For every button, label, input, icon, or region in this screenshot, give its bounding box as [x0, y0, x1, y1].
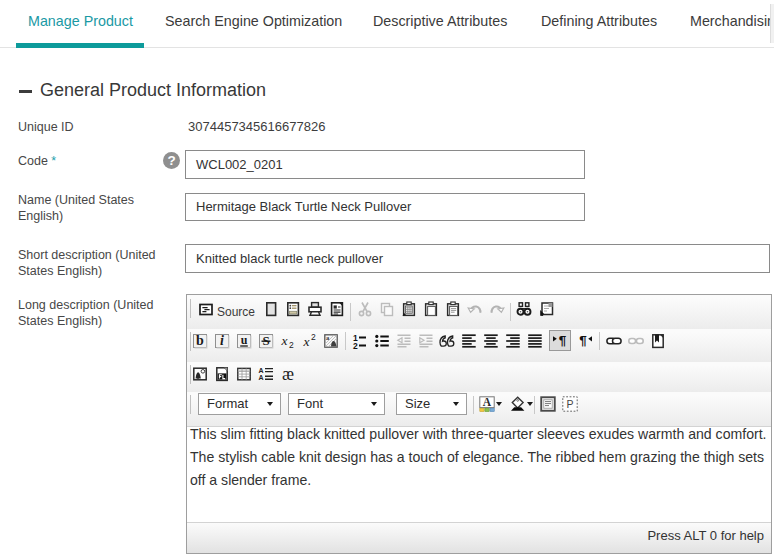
- svg-text:¶: ¶: [579, 333, 587, 348]
- svg-text:b: b: [196, 333, 204, 348]
- svg-text:2: 2: [311, 333, 316, 342]
- svg-text:æ: æ: [282, 366, 294, 382]
- svg-text:u: u: [241, 333, 248, 347]
- svg-text:i: i: [220, 333, 224, 348]
- svg-text:x: x: [281, 333, 288, 348]
- svg-text:A: A: [259, 374, 264, 381]
- svg-text:x: x: [303, 334, 310, 349]
- svg-text:2: 2: [289, 340, 294, 349]
- svg-text:A: A: [483, 396, 492, 408]
- svg-text:2: 2: [353, 341, 358, 350]
- svg-text:¶: ¶: [559, 333, 567, 348]
- svg-text:A: A: [259, 367, 264, 374]
- svg-text:P: P: [566, 398, 573, 410]
